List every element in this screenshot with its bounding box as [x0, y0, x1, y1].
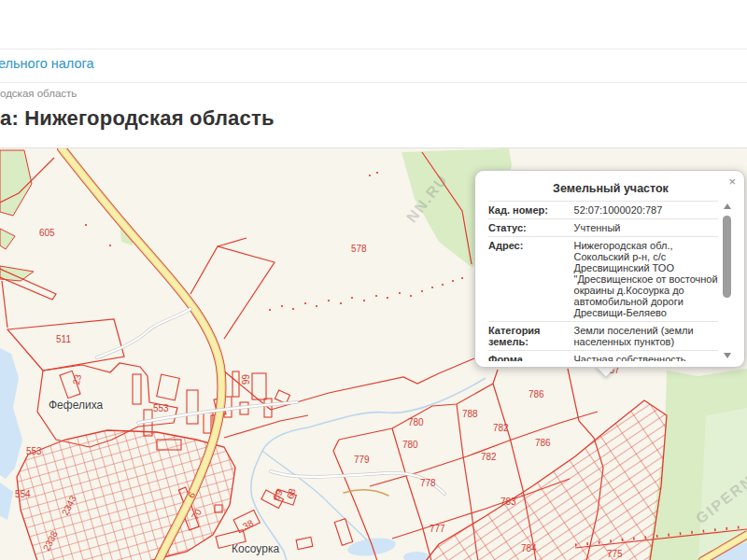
table-row: Кад. номер: 52:07:1000020:787 [488, 202, 718, 219]
parcel-label: 775 [607, 549, 623, 559]
table-row: Адрес: Нижегородская обл., Сокольский р-… [488, 237, 718, 322]
parcel-label: 782 [493, 423, 509, 433]
field-label: Форма собственности: [488, 351, 574, 362]
parcel-attributes-table: Кад. номер: 52:07:1000020:787 Статус: Уч… [488, 201, 718, 361]
parcel-label: 782 [481, 452, 497, 462]
parcel-label: 786 [529, 389, 544, 399]
parcel-label: 777 [430, 524, 445, 534]
parcel-label: 778 [420, 478, 436, 488]
field-label: Категория земель: [488, 322, 574, 351]
place-label-fefelikha: Фефелиха [49, 399, 103, 412]
parcel-label: 788 [462, 409, 478, 419]
parcel-label: 779 [354, 455, 370, 465]
field-value: Учтенный [574, 219, 718, 237]
place-label-kosourka: Косоурка [232, 542, 279, 555]
field-value: 52:07:1000020:787 [574, 202, 718, 219]
parcel-label: 780 [402, 440, 418, 450]
parcel-label: 553 [153, 403, 169, 413]
land-tax-link[interactable]: ельного налога [0, 56, 94, 71]
parcel-label: 66 [240, 374, 250, 385]
close-icon[interactable]: × [728, 175, 736, 188]
header-divider-top [0, 49, 747, 49]
scroll-down-icon[interactable] [721, 350, 733, 361]
table-row: Форма собственности: Частная собственнос… [488, 351, 718, 362]
field-label: Кад. номер: [488, 202, 574, 219]
parcel-label: 23 [71, 373, 83, 385]
scroll-up-icon[interactable] [721, 201, 733, 212]
parcel-label: 554 [15, 489, 31, 499]
popup-body: Кад. номер: 52:07:1000020:787 Статус: Уч… [488, 201, 733, 361]
breadcrumb[interactable]: одская область [0, 88, 77, 99]
parcel-label: 511 [56, 334, 71, 344]
field-label: Адрес: [488, 237, 574, 322]
parcel-label: 780 [408, 417, 424, 427]
page-title: а: Нижегородская область [0, 106, 275, 131]
header-divider-bottom [0, 82, 747, 83]
cadastral-map-page: ельного налога одская область а: Нижегор… [0, 0, 747, 560]
parcel-label: 783 [500, 497, 516, 507]
field-value: Земли поселений (земли населенных пункто… [574, 322, 718, 351]
table-row: Статус: Учтенный [488, 219, 718, 237]
parcel-label: 605 [39, 228, 55, 238]
scrollbar-thumb[interactable] [723, 216, 731, 298]
field-value: Нижегородская обл., Сокольский р-н, с/с … [574, 237, 718, 322]
parcel-label: 784 [521, 543, 537, 553]
field-value: Частная собственность [574, 351, 718, 362]
parcel-label: 786 [535, 438, 551, 448]
popup-title: Земельный участок [488, 182, 733, 195]
parcel-label: 553 [26, 446, 42, 456]
field-label: Статус: [488, 219, 574, 237]
parcel-label: 578 [351, 244, 367, 254]
parcel-info-popup: × Земельный участок Кад. номер: 52:07:10… [474, 170, 745, 368]
table-row: Категория земель: Земли поселений (земли… [488, 322, 718, 351]
popup-scrollbar[interactable] [721, 201, 733, 361]
